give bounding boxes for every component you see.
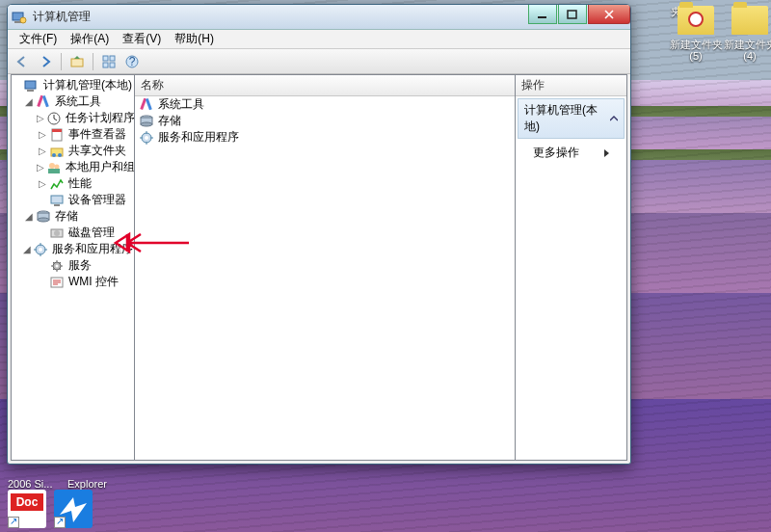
- tree-node-label: 共享文件夹: [66, 143, 128, 159]
- list-item-label: 服务和应用程序: [158, 129, 239, 146]
- result-list: 系统工具存储服务和应用程序: [135, 96, 515, 146]
- svg-rect-5: [71, 59, 83, 66]
- svg-rect-6: [103, 56, 108, 61]
- svg-point-41: [141, 122, 152, 126]
- svg-rect-8: [103, 63, 108, 67]
- tree-node-root[interactable]: 计算机管理(本地): [12, 77, 134, 93]
- toolbar-separator: [93, 53, 93, 70]
- tree-node-label: 计算机管理(本地): [41, 77, 134, 93]
- list-item-label: 存储: [158, 113, 181, 129]
- tree-node-item[interactable]: ▷性能: [12, 175, 134, 192]
- tools-icon: [139, 97, 154, 113]
- actions-section-label: 计算机管理(本地): [524, 102, 610, 135]
- properties-button[interactable]: [98, 51, 120, 72]
- users-icon: [46, 160, 62, 175]
- svg-rect-24: [48, 169, 60, 173]
- sched-icon: [46, 111, 62, 126]
- tree-node-item[interactable]: ▷任务计划程序: [12, 110, 134, 126]
- expand-icon[interactable]: ▷: [37, 129, 47, 140]
- shortcut-icon: [54, 517, 66, 528]
- tree-node-label: 事件查看器: [66, 126, 128, 143]
- tree-node-item[interactable]: ▷事件查看器: [12, 126, 134, 143]
- column-header-name[interactable]: 名称: [135, 75, 515, 96]
- forward-button[interactable]: [35, 51, 56, 72]
- scope-pane[interactable]: 计算机管理(本地)◢系统工具▷任务计划程序▷事件查看器▷共享文件夹▷本地用户和组…: [12, 75, 135, 460]
- wmi-icon: [49, 275, 65, 290]
- expand-icon[interactable]: ▷: [37, 146, 47, 156]
- tree-node-group[interactable]: ◢存储: [12, 208, 134, 225]
- svg-text:?: ?: [129, 55, 136, 68]
- doc-app-icon[interactable]: [8, 490, 46, 528]
- content-area: 计算机管理(本地)◢系统工具▷任务计划程序▷事件查看器▷共享文件夹▷本地用户和组…: [11, 74, 627, 461]
- expand-icon[interactable]: ▷: [37, 113, 44, 123]
- list-item[interactable]: 存储: [135, 113, 515, 129]
- back-button[interactable]: [12, 51, 33, 72]
- collapse-icon[interactable]: ◢: [23, 244, 31, 254]
- menu-file[interactable]: 文件(F): [13, 29, 63, 49]
- chevron-up-icon: [610, 115, 618, 122]
- svg-point-33: [39, 248, 42, 252]
- computer-icon: [24, 78, 40, 93]
- collapse-icon[interactable]: ◢: [23, 211, 34, 222]
- svg-point-43: [145, 136, 148, 140]
- maximize-button[interactable]: [558, 5, 587, 24]
- tree-node-item[interactable]: ▷共享文件夹: [12, 143, 134, 159]
- tree-node-label: 性能: [66, 175, 93, 192]
- tree-node-item[interactable]: 磁盘管理: [12, 225, 134, 241]
- menu-action[interactable]: 操作(A): [65, 29, 115, 49]
- tree-node-label: 服务和应用程序: [50, 241, 135, 257]
- gear-icon: [49, 258, 65, 274]
- up-button[interactable]: [66, 51, 88, 72]
- tree-node-label: 任务计划程序: [64, 110, 135, 126]
- tree-node-label: 本地用户和组: [64, 159, 135, 175]
- actions-more-label: 更多操作: [533, 145, 579, 161]
- tree-node-item[interactable]: ▷本地用户和组: [12, 159, 134, 175]
- actions-more[interactable]: 更多操作: [516, 141, 626, 165]
- tools-icon: [36, 94, 51, 110]
- svg-rect-4: [568, 11, 576, 18]
- disk-icon: [49, 226, 65, 241]
- tree-node-item[interactable]: 服务: [12, 257, 134, 274]
- device-icon: [49, 193, 65, 208]
- tree-node-item[interactable]: WMI 控件: [12, 274, 134, 290]
- svg-rect-7: [110, 56, 115, 61]
- thunder-app-icon[interactable]: [54, 490, 93, 528]
- tree-node-label: WMI 控件: [66, 274, 120, 290]
- svg-rect-12: [25, 81, 36, 89]
- tree-node-label: 存储: [53, 208, 80, 225]
- folder-icon: [731, 6, 768, 35]
- svg-point-2: [20, 17, 26, 23]
- svg-rect-18: [52, 129, 62, 132]
- perf-icon: [49, 176, 65, 192]
- result-pane[interactable]: 名称 系统工具存储服务和应用程序: [135, 75, 516, 460]
- list-item[interactable]: 服务和应用程序: [135, 129, 515, 146]
- list-item[interactable]: 系统工具: [135, 96, 515, 113]
- toolbar: ?: [8, 49, 630, 74]
- taskbar-label[interactable]: 2006 Si...: [8, 478, 52, 490]
- help-button[interactable]: ?: [121, 51, 143, 72]
- clock-icon: [688, 12, 704, 27]
- desktop-folder-1[interactable]: 新建文件夹(5): [667, 6, 725, 62]
- menu-view[interactable]: 查看(V): [117, 29, 167, 49]
- computer-management-icon: [12, 10, 27, 25]
- actions-pane: 操作 计算机管理(本地) 更多操作: [516, 75, 626, 460]
- collapse-icon[interactable]: ◢: [23, 96, 34, 107]
- titlebar[interactable]: 计算机管理: [8, 5, 630, 30]
- svg-rect-26: [54, 204, 60, 206]
- taskbar-label[interactable]: Explorer: [67, 478, 107, 490]
- folder-icon: [678, 6, 714, 35]
- tree-node-item[interactable]: 设备管理器: [12, 192, 134, 208]
- close-button[interactable]: [588, 5, 630, 24]
- tree-node-group[interactable]: ◢服务和应用程序: [12, 241, 134, 257]
- share-icon: [49, 144, 65, 159]
- menu-help[interactable]: 帮助(H): [169, 29, 220, 49]
- svg-rect-9: [110, 63, 115, 67]
- actions-section-header[interactable]: 计算机管理(本地): [518, 98, 625, 139]
- expand-icon[interactable]: ▷: [37, 178, 47, 189]
- tree-node-group[interactable]: ◢系统工具: [12, 93, 134, 110]
- desktop-icon-label: 新建文件夹(5): [667, 39, 725, 62]
- expand-icon[interactable]: ▷: [37, 162, 44, 173]
- minimize-button[interactable]: [528, 5, 557, 24]
- svg-rect-13: [27, 90, 34, 92]
- desktop-folder-2[interactable]: 新建文件夹(4): [721, 6, 771, 62]
